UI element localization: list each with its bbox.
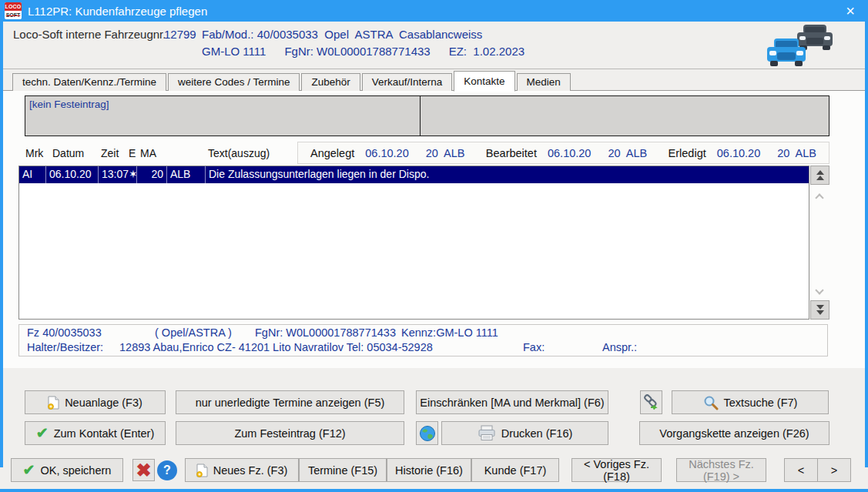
next-label: > [831,464,837,477]
meta-erledigt-ma: 20 ALB [777,147,816,159]
logo-text-top: LOCO [5,2,22,11]
info-model: ( Opel/ASTRA ) [155,326,232,339]
meta-angelegt-date: 06.10.20 [365,147,408,159]
termine-button[interactable]: Termine (F15) [299,458,387,482]
internal-vehicle-no-label: Loco-Soft interne Fahrzeugnr. [13,28,166,41]
action-row-1: Neuanlage (F3) nur unerledigte Termine a… [0,390,868,414]
col-datum: Datum [52,147,84,159]
info-fgnr: FgNr: W0L00001788771433 [255,326,396,339]
green-check-icon: ✔ [23,464,35,477]
tab-techn-daten[interactable]: techn. Daten/Kennz./Termine [12,73,166,91]
list-scrollbar [810,166,829,320]
meta-erledigt-label: Erledigt [669,147,706,159]
logo-text-bottom: SOFT [5,11,22,19]
fgnr-value: FgNr: W0L00001788771433 [284,45,430,58]
row-erledigt-star: ✶ [129,166,137,183]
scroll-down-icon[interactable] [815,286,823,294]
window-border-bottom [0,489,868,492]
festeintrag-side-pane[interactable] [421,96,829,136]
tab-medien[interactable]: Medien [517,73,571,91]
col-e: E [129,147,136,159]
row-ma: 20 [137,166,167,183]
double-up-arrow-icon [816,170,824,175]
neues-fz-label: Neues Fz. (F3) [213,464,288,477]
kunde-label: Kunde (F17) [484,464,547,477]
naechstes-fz-label: Nächstes Fz. (F19) > [677,458,766,483]
cancel-button[interactable]: ✖ [132,459,155,481]
row-text: Die Zulassungsunterlagen liegen in der D… [206,166,809,183]
unerledigte-label: nur unerledigte Termine anzeigen (F5) [196,397,385,409]
einschraenken-button[interactable]: Einschränken [MA und Merkmal] (F6) [416,390,608,414]
contact-list[interactable]: AI 06.10.20 13:07✶ 20 ALB Die Zulassungs… [18,166,809,320]
meta-bearbeitet-label: Bearbeitet [486,147,537,159]
double-down-arrow-icon [816,305,824,310]
historie-button[interactable]: Historie (F16) [387,458,471,482]
voriges-fz-button[interactable]: < Voriges Fz. (F18) [571,458,662,482]
festeintrag-text-pane[interactable]: [kein Festeintrag] [25,96,421,136]
window-border-left [0,0,3,467]
ok-speichern-button[interactable]: ✔ OK, speichern [11,458,123,482]
double-up-arrow-icon2 [816,176,824,180]
help-button[interactable]: ? [157,460,177,480]
kunde-button[interactable]: Kunde (F17) [471,458,559,482]
prev-button[interactable]: < [784,458,818,482]
fab-mod-value: Fab/Mod.: 40/0035033 Opel ASTRA Casablan… [202,28,482,41]
meta-angelegt-label: Angelegt [310,147,354,159]
cars-icon [765,23,836,68]
meta-angelegt-ma: 20 ALB [426,147,465,159]
col-ma: MA [140,147,156,159]
meta-bearbeitet: Bearbeitet 06.10.20 20 ALB [486,147,647,159]
tab-verkauf-interna[interactable]: Verkauf/Interna [362,73,453,91]
new-document-icon [48,396,59,410]
next-button[interactable]: > [817,458,851,482]
naechstes-fz-button[interactable]: Nächstes Fz. (F19) > [676,458,766,482]
row-zeit: 13:07✶ [99,166,137,183]
link-chain-button[interactable] [640,390,662,414]
col-zeit: Zeit [101,147,119,159]
scroll-top-button[interactable] [810,166,829,185]
neues-fz-button[interactable]: Neues Fz. (F3) [185,458,299,482]
einschraenken-label: Einschränken [MA und Merkmal] (F6) [420,397,604,409]
globe-button[interactable] [416,421,438,445]
drucken-label: Drucken (F16) [501,427,573,440]
vorgangskette-button[interactable]: Vorgangskette anzeigen (F26) [639,421,829,445]
red-x-icon: ✖ [136,462,151,479]
internal-vehicle-no-value: 12799 [164,28,196,41]
scroll-up-icon[interactable] [815,193,823,202]
neuanlage-label: Neuanlage (F3) [65,397,142,409]
scroll-bottom-button[interactable] [810,300,829,320]
app-window: { "colors": { "titlebar": "#2e9cf2", "na… [0,0,868,492]
tab-kontakte[interactable]: Kontakte [454,71,514,92]
festeintrag-panel: [kein Festeintrag] [25,95,829,136]
new-document-icon [196,464,208,477]
ez-value: EZ: 1.02.2023 [449,45,524,58]
meta-bearbeitet-ma: 20 ALB [608,147,647,159]
zum-festeintrag-label: Zum Festeintrag (F12) [234,427,345,440]
double-down-arrow-icon2 [816,310,824,315]
chain-link-icon [643,394,660,411]
row-datum: 06.10.20 [46,166,99,183]
info-fax-label: Fax: [523,341,545,353]
tab-weitere-codes[interactable]: weitere Codes / Termine [168,73,300,91]
vorgangskette-label: Vorgangskette anzeigen (F26) [659,427,809,440]
close-icon[interactable]: × [840,3,860,18]
ok-speichern-label: OK, speichern [41,464,112,477]
green-check-icon: ✔ [36,427,49,440]
col-mrk: Mrk [25,147,43,159]
drucken-button[interactable]: Drucken (F16) [441,421,608,445]
unerledigte-termine-button[interactable]: nur unerledigte Termine anzeigen (F5) [176,390,404,414]
row-name: ALB [167,166,206,183]
zum-kontakt-button[interactable]: ✔ Zum Kontakt (Enter) [25,421,166,445]
row-mrk: AI [19,166,46,183]
meta-angelegt: Angelegt 06.10.20 20 ALB [310,147,465,159]
contact-row-selected[interactable]: AI 06.10.20 13:07✶ 20 ALB Die Zulassungs… [19,166,809,183]
info-kennz: Kennz:GM-LO 1111 [401,326,498,339]
globe-icon [419,425,436,442]
zum-festeintrag-button[interactable]: Zum Festeintrag (F12) [176,421,404,445]
loco-soft-logo-icon: LOCO SOFT [5,2,22,19]
neuanlage-button[interactable]: Neuanlage (F3) [25,390,166,414]
meta-erledigt: Erledigt 06.10.20 20 ALB [669,147,816,159]
tab-zubehoer[interactable]: Zubehör [301,73,360,91]
info-fz: Fz 40/0035033 [27,326,102,339]
textsuche-button[interactable]: Textsuche (F7) [672,390,829,414]
